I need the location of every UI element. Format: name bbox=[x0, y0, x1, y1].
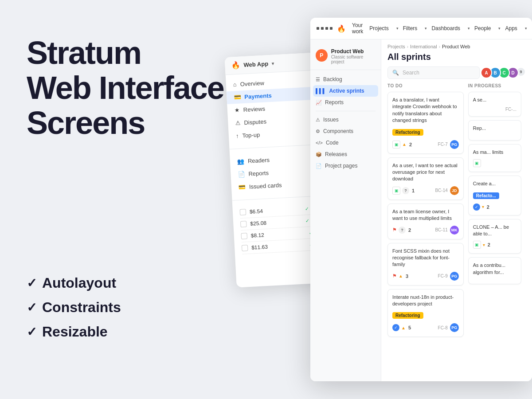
chevron-down-icon: ▾ bbox=[272, 61, 274, 66]
sprints-icon: ▌▌▌ bbox=[316, 88, 326, 94]
card-meta-ip-5: ▣ ▾ 2 bbox=[473, 241, 516, 249]
priority-icon-1: ▲ bbox=[402, 142, 407, 147]
sidebar-item-backlog[interactable]: ☰ Backlog bbox=[310, 74, 381, 85]
inprogress-column: IN PROGRESS A se... FC-... Rep... As ma.… bbox=[468, 83, 521, 354]
nav-dashboards-dropdown[interactable]: Dashboards ▾ bbox=[431, 25, 470, 31]
card-icons-4: ⚑ ▲ 3 bbox=[392, 273, 436, 279]
search-placeholder: Search bbox=[403, 70, 419, 76]
card-meta-ip-4: ✓ ▾ 2 bbox=[473, 203, 516, 211]
sidebar: P Product Web Classic software project ☰… bbox=[310, 39, 381, 381]
checkbox-icon-1: ▣ bbox=[392, 141, 400, 149]
todo-column: TO DO As a translator, I want integrate … bbox=[387, 83, 464, 354]
reviews-icon: ★ bbox=[235, 107, 240, 114]
issued-cards-icon: 💳 bbox=[239, 184, 246, 191]
apps-chevron-icon: ▾ bbox=[525, 26, 527, 31]
checkbox-4[interactable] bbox=[242, 245, 248, 251]
pages-icon: 📄 bbox=[316, 163, 322, 169]
search-icon: 🔍 bbox=[392, 70, 399, 76]
card-meta-ip-1: FC-... bbox=[473, 107, 516, 112]
home-icon: ⌂ bbox=[233, 81, 237, 88]
main-title: Stratum Web Interface Screens bbox=[27, 35, 257, 141]
checkbox-1[interactable] bbox=[240, 209, 246, 215]
inprogress-header: IN PROGRESS bbox=[468, 83, 521, 88]
web-app-title: Web App bbox=[243, 60, 268, 68]
avatar-1: A bbox=[481, 67, 492, 78]
checkbox-2[interactable] bbox=[240, 221, 247, 227]
flame-icon: 🔥 bbox=[231, 61, 240, 70]
sidebar-item-components[interactable]: ⚙ Components bbox=[310, 125, 381, 137]
search-bar[interactable]: 🔍 Search bbox=[387, 66, 480, 79]
reports-icon: 📄 bbox=[238, 171, 245, 178]
sprint-card-ip-5[interactable]: CLONE – A... be able to... ▣ ▾ 2 bbox=[468, 219, 521, 254]
logo-dot-1 bbox=[317, 27, 319, 30]
project-name: Product Web bbox=[331, 48, 376, 55]
sidebar-item-issues[interactable]: ⚠ Issues bbox=[310, 114, 381, 125]
screenshots-container: 🔥 Web App ▾ ⌂ Overview 💳 Payments ★ Revi… bbox=[231, 18, 532, 399]
card-meta-ip-3: ▣ bbox=[473, 159, 516, 167]
chevron-down-icon-ip: ▾ bbox=[482, 204, 484, 209]
card-icons-1: ▣ ▲ 2 bbox=[392, 141, 436, 149]
check-icon-1: ✓ bbox=[27, 276, 37, 290]
sidebar-item-releases[interactable]: 📦 Releases bbox=[310, 149, 381, 160]
sprint-card-ip-1[interactable]: A se... FC-... bbox=[468, 92, 521, 117]
payments-icon: 💳 bbox=[234, 94, 241, 101]
sprint-card-4[interactable]: Font SCSS mixin does not recognise fallb… bbox=[387, 243, 464, 286]
sprint-card-5[interactable]: Interate nuxt-18n in product-developers … bbox=[387, 289, 464, 337]
sprint-card-2[interactable]: As a user, I want to see actual overusag… bbox=[387, 157, 464, 200]
nav-projects-dropdown[interactable]: Projects ▾ bbox=[369, 25, 398, 31]
people-chevron-icon: ▾ bbox=[498, 26, 501, 31]
priority-icon-3: ▲ bbox=[401, 325, 406, 330]
panel-body: P Product Web Classic software project ☰… bbox=[310, 39, 532, 381]
sprint-card-3[interactable]: As a team license owner, I want to use m… bbox=[387, 203, 464, 239]
main-content: Projects › International › Product Web A… bbox=[381, 39, 532, 381]
sprint-card-ip-6[interactable]: As a contribu... algorithm for... bbox=[468, 257, 521, 284]
check-icon-ip: ✓ bbox=[473, 203, 480, 211]
card-icons-ip-3: ▣ bbox=[473, 159, 516, 167]
projects-chevron-icon: ▾ bbox=[396, 26, 399, 31]
sprint-card-ip-3[interactable]: As ma... limits ▣ bbox=[468, 144, 521, 172]
tag-refactoring-2: Refactoring bbox=[392, 312, 423, 319]
logo-dot-4 bbox=[330, 27, 332, 30]
nav-people-dropdown[interactable]: People ▾ bbox=[474, 25, 501, 31]
page-title: All sprints bbox=[381, 51, 532, 66]
flag-icon-2: ⚑ bbox=[392, 273, 397, 279]
nav-apps-dropdown[interactable]: Apps ▾ bbox=[505, 25, 527, 31]
checkbox-icon-ip: ▣ bbox=[473, 159, 481, 167]
checkbox-icon-ip2: ▣ bbox=[473, 241, 481, 249]
sidebar-item-active-sprints[interactable]: ▌▌▌ Active sprints bbox=[313, 85, 378, 97]
sprint-card-ip-2[interactable]: Rep... bbox=[468, 120, 521, 140]
project-type: Classic software project bbox=[331, 55, 376, 64]
sprint-card-1[interactable]: As a translator, I want integrate Crowdi… bbox=[387, 92, 464, 154]
checkbox-icon-2: ▣ bbox=[392, 187, 400, 195]
disputes-icon: ⚠ bbox=[235, 120, 241, 127]
sidebar-item-project-pages[interactable]: 📄 Project pages bbox=[310, 160, 381, 172]
tag-refactoring-1: Refactoring bbox=[392, 129, 423, 136]
card-meta-4: ⚑ ▲ 3 FC-9 PG bbox=[392, 272, 459, 281]
code-icon: </> bbox=[316, 140, 323, 145]
sidebar-divider bbox=[316, 111, 376, 111]
logo-dot-2 bbox=[321, 27, 324, 30]
breadcrumb-arrow-2: › bbox=[439, 44, 440, 49]
card-meta-1: ▣ ▲ 2 FC-7 PG bbox=[392, 140, 459, 149]
sprint-panel: 🔥 Your work Projects ▾ Filters ▾ Dashboa… bbox=[310, 18, 532, 381]
sprint-card-ip-4[interactable]: Create a... Refacto... ✓ ▾ 2 bbox=[468, 176, 521, 215]
question-icon-2: ? bbox=[399, 227, 406, 234]
sprint-columns: TO DO As a translator, I want integrate … bbox=[381, 83, 532, 354]
nav-filters-dropdown[interactable]: Filters ▾ bbox=[403, 25, 427, 31]
nav-your-work[interactable]: Your work bbox=[352, 22, 363, 35]
feature-list: ✓ Autolayout ✓ Constraints ✓ Resizable bbox=[27, 275, 121, 348]
tag-refacto-blue: Refacto... bbox=[473, 192, 499, 199]
check-icon-3: ✓ bbox=[27, 325, 37, 339]
nav-flame-icon: 🔥 bbox=[337, 24, 346, 33]
issues-icon: ⚠ bbox=[316, 117, 320, 123]
feature-resizable: ✓ Resizable bbox=[27, 324, 121, 340]
check-icon-card: ✓ bbox=[392, 324, 399, 331]
dashboards-chevron-icon: ▾ bbox=[468, 26, 470, 31]
checkbox-3[interactable] bbox=[241, 233, 247, 239]
sidebar-item-code[interactable]: </> Code bbox=[310, 137, 381, 149]
sidebar-item-reports[interactable]: 📈 Reports bbox=[310, 97, 381, 108]
card-avatar-4: PG bbox=[450, 272, 459, 281]
feature-autolayout: ✓ Autolayout bbox=[27, 275, 121, 291]
flag-icon-1: ⚑ bbox=[392, 227, 397, 233]
card-icons-2: ▣ ? 1 bbox=[392, 187, 433, 195]
